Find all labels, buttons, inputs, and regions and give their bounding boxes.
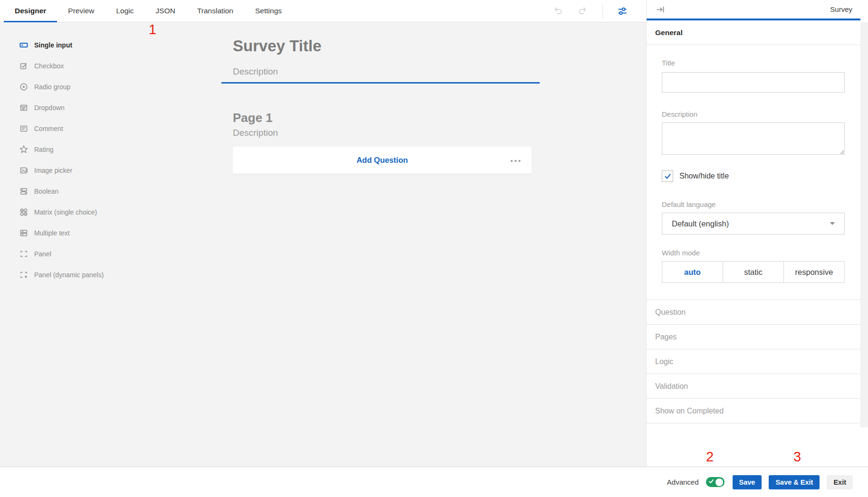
- property-panel-body: General Title Description Show/hide titl…: [647, 20, 860, 423]
- survey-creator-app: Designer Preview Logic JSON Translation …: [0, 0, 868, 497]
- toolbox-item-label: Comment: [34, 125, 63, 132]
- toolbox-item-label: Dropdown: [34, 104, 65, 112]
- toolbox-item-label: Radio group: [34, 83, 70, 91]
- default-language-label: Default language: [662, 200, 845, 208]
- title-field-label: Title: [662, 59, 845, 67]
- survey-title-editable[interactable]: Survey Title: [233, 37, 321, 55]
- checkbox-checked-icon[interactable]: [662, 170, 673, 182]
- image-icon: [19, 166, 28, 175]
- toolbox-item-rating[interactable]: Rating: [0, 139, 190, 160]
- default-language-value: Default (english): [672, 219, 729, 228]
- matrix-icon: [19, 208, 28, 216]
- advanced-toggle[interactable]: [706, 477, 725, 487]
- annotation-3: 3: [793, 450, 801, 464]
- dropdown-icon: [19, 103, 28, 112]
- toolbox-item-label: Single input: [34, 41, 72, 49]
- comment-icon: [19, 124, 28, 133]
- collapse-panel-icon[interactable]: [655, 4, 666, 15]
- width-mode-label: Width mode: [662, 249, 845, 257]
- width-mode-auto-button[interactable]: auto: [662, 262, 723, 282]
- tab-logic[interactable]: Logic: [105, 0, 144, 22]
- design-canvas: Single input Checkbox Radio group: [0, 22, 646, 467]
- toolbox-item-image-picker[interactable]: Image picker: [0, 160, 190, 181]
- sliders-icon[interactable]: [617, 5, 628, 17]
- creator-tab-bar: Designer Preview Logic JSON Translation …: [0, 0, 646, 22]
- toolbox-item-label: Matrix (single choice): [34, 208, 97, 216]
- accordion-pages[interactable]: Pages: [647, 325, 860, 349]
- toolbox-item-label: Rating: [34, 146, 53, 153]
- panel-title: Survey: [830, 5, 852, 13]
- save-button[interactable]: Save: [733, 475, 762, 489]
- description-field-textarea[interactable]: [662, 122, 845, 155]
- toolbox-item-label: Panel (dynamic panels): [34, 271, 104, 279]
- exit-button[interactable]: Exit: [827, 475, 853, 489]
- topbar-actions: [552, 0, 628, 22]
- accordion-general[interactable]: General: [647, 20, 860, 45]
- tab-translation[interactable]: Translation: [186, 0, 244, 22]
- topbar-divider: [602, 4, 603, 18]
- toggle-knob: [715, 478, 723, 486]
- toolbox-item-panel-dynamic[interactable]: Panel (dynamic panels): [0, 264, 190, 285]
- accordion-show-on-completed[interactable]: Show on Completed: [647, 399, 860, 423]
- default-language-select[interactable]: Default (english): [662, 213, 845, 234]
- panel-icon: [19, 250, 28, 258]
- property-panel: Survey General Title Description Show/hi…: [646, 0, 868, 467]
- creator-tabs: Designer Preview Logic JSON Translation …: [0, 0, 293, 22]
- save-and-exit-button[interactable]: Save & Exit: [769, 475, 820, 489]
- toolbox: Single input Checkbox Radio group: [0, 35, 190, 285]
- toolbox-item-matrix[interactable]: Matrix (single choice): [0, 202, 190, 223]
- description-field-label: Description: [662, 110, 845, 118]
- toolbox-item-panel[interactable]: Panel: [0, 244, 190, 264]
- tab-preview[interactable]: Preview: [57, 0, 105, 22]
- multiple-text-icon: [19, 229, 28, 237]
- toolbox-item-multiple-text[interactable]: Multiple text: [0, 223, 190, 244]
- advanced-toggle-label: Advanced: [667, 478, 699, 486]
- tab-settings[interactable]: Settings: [244, 0, 293, 22]
- radio-icon: [19, 83, 28, 91]
- toolbox-item-checkbox[interactable]: Checkbox: [0, 56, 190, 76]
- page-menu-dots-icon[interactable]: •••: [510, 156, 522, 164]
- redo-arrow-icon[interactable]: [577, 5, 589, 17]
- tab-json[interactable]: JSON: [145, 0, 186, 22]
- toolbox-item-label: Panel: [34, 250, 51, 258]
- undo-arrow-icon[interactable]: [552, 5, 563, 17]
- page-description-editable[interactable]: Description: [233, 128, 278, 138]
- toolbox-item-dropdown[interactable]: Dropdown: [0, 97, 190, 118]
- toolbox-item-label: Boolean: [34, 188, 58, 195]
- accordion-validation[interactable]: Validation: [647, 374, 860, 399]
- accordion-question[interactable]: Question: [647, 300, 860, 325]
- general-form: Title Description Show/hide title Defaul…: [647, 59, 860, 283]
- add-question-button[interactable]: Add Question: [356, 156, 408, 165]
- survey-header-rule: [221, 82, 540, 84]
- panel-dynamic-icon: [19, 271, 28, 279]
- width-mode-segmented: auto static responsive: [662, 261, 845, 283]
- toolbox-item-boolean[interactable]: Boolean: [0, 181, 190, 202]
- chevron-down-icon: [830, 222, 835, 225]
- toggle-check-icon: [708, 478, 714, 484]
- accordion-logic[interactable]: Logic: [647, 349, 860, 374]
- toolbox-item-label: Image picker: [34, 167, 72, 174]
- toolbox-item-comment[interactable]: Comment: [0, 118, 190, 139]
- survey-description-editable[interactable]: Description: [233, 66, 278, 77]
- toggle-icon: [19, 187, 28, 196]
- footer-bar: Advanced Save Save & Exit Exit: [0, 467, 868, 497]
- show-hide-title-row[interactable]: Show/hide title: [662, 170, 845, 182]
- panel-scrollbar[interactable]: [860, 22, 868, 427]
- toolbox-item-radio-group[interactable]: Radio group: [0, 76, 190, 97]
- width-mode-responsive-button[interactable]: responsive: [783, 262, 844, 282]
- width-mode-static-button[interactable]: static: [723, 262, 783, 282]
- toolbox-item-label: Checkbox: [34, 62, 64, 70]
- show-hide-title-label: Show/hide title: [679, 172, 729, 180]
- tab-designer[interactable]: Designer: [4, 0, 57, 22]
- star-icon: [19, 145, 28, 154]
- checkbox-icon: [19, 62, 28, 70]
- page-title-editable[interactable]: Page 1: [233, 111, 273, 125]
- accordion-sections: Question Pages Logic Validation Show on …: [647, 300, 860, 423]
- annotation-2: 2: [706, 450, 714, 464]
- annotation-1: 1: [149, 23, 156, 37]
- left-column: Designer Preview Logic JSON Translation …: [0, 0, 646, 467]
- main-layout: Designer Preview Logic JSON Translation …: [0, 0, 868, 467]
- toolbox-item-single-input[interactable]: Single input: [0, 35, 190, 56]
- add-question-card[interactable]: Add Question •••: [233, 147, 532, 174]
- title-field-input[interactable]: [662, 72, 845, 93]
